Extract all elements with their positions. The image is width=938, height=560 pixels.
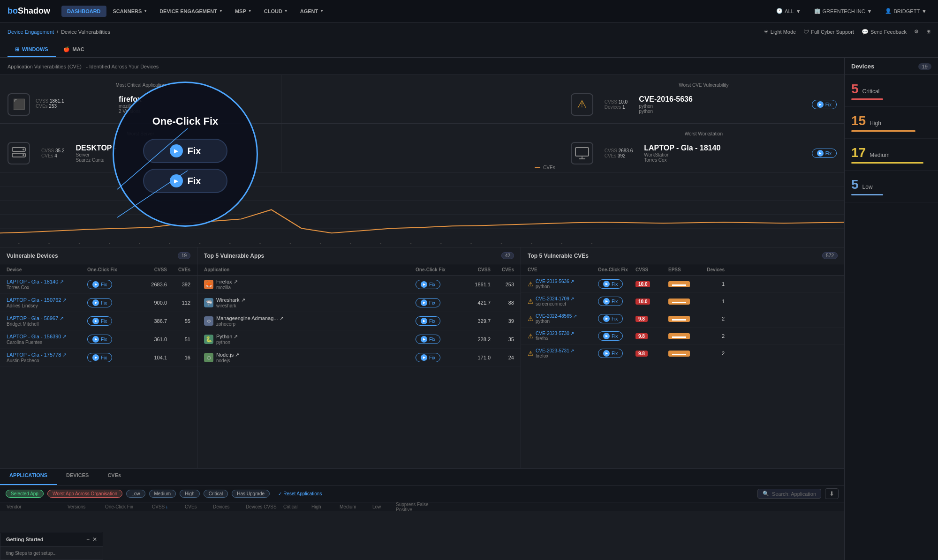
warning-icon: ⚠: [528, 280, 534, 288]
workstation-icon-box: [571, 142, 593, 164]
expand-button[interactable]: ⊞: [926, 29, 930, 35]
app-fix-button[interactable]: ▶Fix: [416, 280, 440, 289]
chevron-down-icon: ▼: [284, 9, 288, 13]
filter-selected-app[interactable]: Selected App: [6, 490, 44, 498]
filter-reset[interactable]: ✓ Reset Applications: [273, 490, 326, 497]
svg-text:•: •: [350, 241, 352, 246]
device-fix-button[interactable]: ▶Fix: [87, 316, 112, 326]
device-fix-button[interactable]: ▶Fix: [87, 335, 112, 344]
severity-critical: 5 Critical: [845, 75, 938, 107]
breadcrumb-parent-link[interactable]: Device Engagement: [8, 29, 54, 35]
user-selector[interactable]: 👤 BRIDGETT ▼: [881, 6, 930, 16]
warning-icon: ⚠: [528, 332, 534, 340]
user-icon: 👤: [885, 8, 892, 14]
tab-windows[interactable]: ⊞ WINDOWS: [8, 43, 56, 57]
sidebar-header: Devices 19: [845, 58, 938, 75]
nav-cloud[interactable]: CLOUD ▼: [258, 6, 294, 17]
table-row: ⚠ CVE-2016-5636 ↗python ▶Fix 10.0 ▬▬▬ 1: [521, 276, 844, 293]
cve-fix-button[interactable]: ▶ Fix: [812, 100, 837, 109]
ws-owner: Torres Cox: [644, 157, 806, 163]
send-feedback-button[interactable]: 💬 Send Feedback: [862, 29, 907, 35]
ws-id: LAPTOP - Gla - 18140: [644, 144, 806, 152]
ws-cvss-val: CVSS 2683.6: [605, 148, 633, 153]
right-sidebar: Devices 19 5 Critical 15 High 17 Medium: [844, 58, 938, 560]
nav-agent[interactable]: AGENT ▼: [295, 6, 329, 17]
one-click-fix-button-2[interactable]: ▶ Fix: [143, 169, 227, 193]
nav-msp[interactable]: MSP ▼: [229, 6, 257, 17]
light-mode-toggle[interactable]: ☀ Light Mode: [764, 29, 796, 35]
cve-fix-button[interactable]: ▶Fix: [598, 297, 623, 306]
table-row: ⚠ CVE-2022-48565 ↗python ▶Fix 9.8 ▬▬▬ 2: [521, 310, 844, 328]
getting-started-title: Getting Started: [6, 537, 43, 542]
critical-count: 5: [851, 82, 859, 97]
widget-label: Most Critical Application: [8, 82, 273, 88]
tab-cves[interactable]: CVEs: [98, 469, 130, 485]
breadcrumb-bar: Device Engagement / Device Vulnerabiliti…: [0, 22, 938, 41]
cves-table-header: CVE One-Click Fix CVSS EPSS Devices: [521, 264, 844, 276]
filter-worst-app[interactable]: Worst App Across Organisation: [47, 490, 122, 498]
cve-fix-button[interactable]: ▶Fix: [598, 314, 623, 323]
os-tabs: ⊞ WINDOWS 🍎 MAC: [0, 41, 938, 58]
devices-table-header: Device One-Click Fix CVSS CVEs: [0, 264, 197, 276]
one-click-fix-button-1[interactable]: ▶ Fix: [143, 139, 227, 163]
filter-high[interactable]: High: [180, 490, 200, 498]
cve-fix-button[interactable]: ▶Fix: [598, 279, 623, 289]
warning-icon: ⚠: [528, 298, 534, 305]
app-fix-button[interactable]: ▶Fix: [416, 298, 440, 307]
apps-panel-header: Top 5 Vulnerable Apps 42: [197, 247, 521, 264]
table-row: LAPTOP - Gla - 156390 ↗ Carolina Fuentes…: [0, 330, 197, 349]
table-row: LAPTOP - Gla - 56967 ↗ Bridget Mitchell …: [0, 312, 197, 330]
widget-label-cve: Worst CVE Vulnerability: [571, 82, 837, 88]
table-row: ⚙ Manageengine Admanag... ↗zohocorp ▶Fix…: [197, 312, 521, 330]
app-fix-button[interactable]: ▶Fix: [416, 335, 440, 344]
filter-low[interactable]: Low: [126, 490, 145, 498]
fix-label-2: Fix: [188, 176, 201, 187]
close-getting-started[interactable]: ✕: [92, 536, 97, 543]
sun-icon: ☀: [764, 29, 769, 35]
device-fix-button[interactable]: ▶Fix: [87, 353, 112, 362]
tab-mac[interactable]: 🍎 MAC: [56, 43, 92, 57]
devices-total-count: 19: [918, 63, 931, 70]
devices-panel-title: Vulnerable Devices: [7, 253, 58, 259]
filter-upgrade[interactable]: Has Upgrade: [232, 490, 270, 498]
filter-critical[interactable]: Critical: [204, 490, 228, 498]
table-row: ⚠ CVE-2024-1709 ↗screenconnect ▶Fix 10.0…: [521, 293, 844, 310]
svg-text:•: •: [440, 241, 442, 246]
cyber-support-button[interactable]: 🛡 Full Cyber Support: [803, 29, 854, 35]
svg-text:•: •: [259, 241, 261, 246]
settings-button[interactable]: ⚙: [914, 29, 919, 35]
table-bottom-body: [0, 511, 844, 560]
tab-devices[interactable]: DEVICES: [57, 469, 98, 485]
app-fix-button[interactable]: ▶Fix: [416, 316, 440, 326]
svg-text:•: •: [289, 241, 291, 246]
filter-medium[interactable]: Medium: [149, 490, 176, 498]
cve-fix-button[interactable]: ▶Fix: [598, 331, 623, 341]
nav-scanners[interactable]: SCANNERS ▼: [107, 6, 153, 17]
table-row: 🦊 Firefox ↗mozilla ▶Fix 1861.1 253: [197, 276, 521, 294]
tab-applications[interactable]: APPLICATIONS: [0, 469, 57, 485]
widget-worst-cve: Worst CVE Vulnerability ⚠ CVSS 10.0 Devi…: [563, 75, 844, 123]
top-navigation: boShadow DASHBOARD SCANNERS ▼ DEVICE ENG…: [0, 0, 938, 22]
app-fix-button[interactable]: ▶Fix: [416, 353, 440, 362]
svg-text:•: •: [500, 241, 502, 246]
org-icon: 🏢: [814, 8, 821, 14]
nav-dashboard[interactable]: DASHBOARD: [61, 6, 106, 17]
minimize-button[interactable]: −: [86, 536, 90, 543]
download-button[interactable]: ⬇: [825, 488, 839, 499]
svg-text:•: •: [410, 241, 412, 246]
device-fix-button[interactable]: ▶Fix: [87, 298, 112, 307]
low-bar: [851, 194, 883, 195]
breadcrumb-separator: /: [57, 29, 58, 35]
table-row: 🦈 Wireshark ↗wireshark ▶Fix 421.7 88: [197, 294, 521, 312]
svg-text:•: •: [561, 241, 563, 246]
workstation-fix-button[interactable]: ▶ Fix: [812, 149, 837, 158]
cve-fix-button[interactable]: ▶Fix: [598, 349, 623, 358]
org-selector[interactable]: 🏢 GREENTECH INC ▼: [810, 6, 876, 16]
app-search-input[interactable]: 🔍 Search: Application: [757, 489, 821, 499]
device-fix-button[interactable]: ▶Fix: [87, 280, 112, 289]
widget-label-workstation: Worst Workstation: [571, 131, 837, 136]
nav-device-engagement[interactable]: DEVICE ENGAGEMENT ▼: [154, 6, 228, 17]
cves-count-badge: 572: [822, 252, 838, 259]
all-selector[interactable]: 🕐 ALL ▼: [772, 6, 804, 16]
wireshark-icon: 🦈: [204, 298, 213, 307]
